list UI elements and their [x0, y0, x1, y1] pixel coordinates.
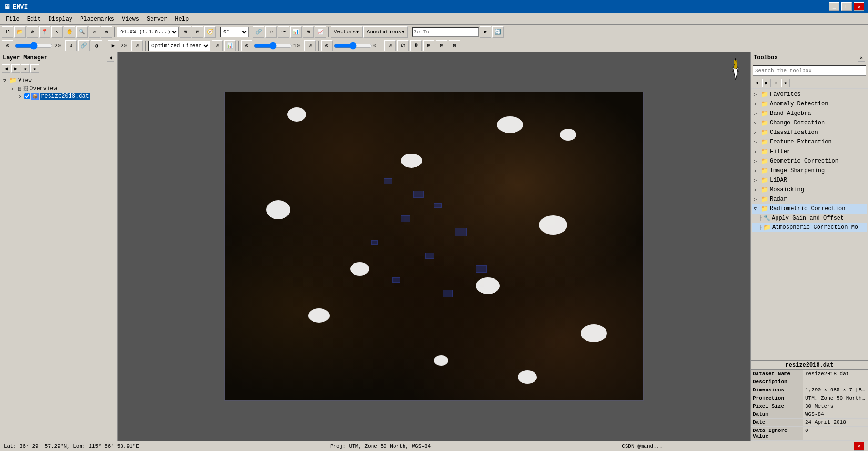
tb2-link[interactable]: 🔗 — [78, 40, 90, 51]
featureextract-folder-icon: 📁 — [761, 138, 768, 146]
toolbox-back-button[interactable]: ◀ — [753, 79, 761, 87]
bandalgebra-expand-icon: ▷ — [754, 111, 759, 116]
view-expand-icon[interactable]: ▽ — [2, 78, 8, 83]
sep9 — [318, 41, 319, 51]
toolbox-panel-close[interactable]: ✕ — [858, 54, 865, 62]
menu-help[interactable]: Help — [171, 15, 192, 23]
tb2-circle[interactable]: ⊙ — [241, 40, 252, 51]
play-button[interactable]: ▶ — [108, 40, 119, 51]
new-file-button[interactable]: 🗋 — [2, 26, 13, 38]
tb2-more3[interactable]: ⊠ — [449, 40, 460, 51]
prop-value-projection: UTM, Zone 50 North... — [803, 394, 868, 402]
overview-label: Overview — [30, 85, 57, 92]
file-expand-icon[interactable]: ▷ — [17, 93, 23, 99]
prop-label-pixelsize: Pixel Size — [751, 402, 803, 410]
toolbox-apply-gain[interactable]: ├ 🔧 Apply Gain and Offset — [752, 214, 867, 223]
toolbox-feature-extraction[interactable]: ▷ 📁 Feature Extraction — [752, 137, 867, 147]
prop-label-description: Description — [751, 378, 803, 386]
tb2-more2[interactable]: ⊟ — [436, 40, 447, 51]
pan-button[interactable]: ✋ — [64, 26, 75, 38]
toolbox-favorites[interactable]: ▷ 📁 Favorites — [752, 90, 867, 99]
tb2-contrast[interactable]: ◑ — [91, 40, 102, 51]
layer-add[interactable]: ★ — [21, 64, 30, 73]
tb2-opacity-circle[interactable]: ⊙ — [321, 40, 333, 51]
sync-button[interactable]: ↔ — [265, 26, 277, 38]
menu-placemarks[interactable]: Placemarks — [76, 15, 118, 23]
tb2-histogram[interactable]: 📊 — [224, 40, 236, 51]
menu-views[interactable]: Views — [118, 15, 143, 23]
rotate-dropdown[interactable]: 0° — [220, 27, 249, 37]
status-coords: Lat: 36° 29' 57.29"N, Lon: 115° 56' 58.9… — [4, 443, 139, 449]
center-view[interactable]: N — [118, 52, 750, 441]
toolbox-lidar[interactable]: ▷ 📁 LiDAR — [752, 175, 867, 185]
toolbox-radiometric[interactable]: ▽ 📁 Radiometric Correction — [752, 204, 867, 214]
tb2-eye[interactable]: 👁 — [410, 40, 422, 51]
settings-button[interactable]: ⚙ — [27, 26, 38, 38]
tb2-loop[interactable]: ↺ — [131, 40, 143, 51]
tb2-layer-btn[interactable]: 🗂 — [397, 40, 409, 51]
layer-visibility-checkbox[interactable] — [24, 93, 30, 99]
zoom-fit-button[interactable]: ⊞ — [180, 26, 191, 38]
layer-collapse-all[interactable]: ◀ — [2, 64, 10, 73]
goto-input[interactable] — [412, 27, 479, 37]
tb2-refresh4[interactable]: ↺ — [384, 40, 396, 51]
cursor-button[interactable]: ↖ — [51, 26, 63, 38]
brightness-slider[interactable] — [15, 42, 53, 49]
wave-button[interactable]: 〜 — [278, 26, 289, 38]
stretch-dropdown[interactable]: Optimized Linear — [148, 41, 210, 51]
toolbox-forward-button[interactable]: ▶ — [762, 79, 771, 87]
toolbox-fav2-button[interactable]: ★ — [781, 79, 790, 87]
minimize-button[interactable]: _ — [829, 2, 839, 11]
toolbox-atmospheric[interactable]: ├ 📁 Atmospheric Correction Mo — [752, 223, 867, 232]
toolbox-band-algebra[interactable]: ▷ 📁 Band Algebra — [752, 109, 867, 118]
zoom-dropdown[interactable]: 64.0% (1:1.6...) — [117, 27, 179, 37]
layer-panel-close[interactable]: ◀ — [107, 54, 114, 62]
vectors-button[interactable]: Vectors▼ — [331, 26, 363, 38]
tool2-button[interactable]: ⊕ — [101, 26, 112, 38]
refresh-button[interactable]: 🔄 — [492, 26, 504, 38]
zoom-in-button[interactable]: 🔍 — [76, 26, 88, 38]
tb2-refresh3[interactable]: ↺ — [304, 40, 316, 51]
toolbox-filter[interactable]: ▷ 📁 Filter — [752, 147, 867, 156]
close-button[interactable]: ✕ — [854, 2, 864, 11]
tb2-refresh2[interactable]: ↺ — [212, 40, 223, 51]
menu-display[interactable]: Display — [45, 15, 76, 23]
open-file-button[interactable]: 📂 — [14, 26, 26, 38]
tb2-refresh1[interactable]: ↺ — [65, 40, 77, 51]
tb2-more1[interactable]: ⊞ — [423, 40, 434, 51]
geometric-expand-icon: ▷ — [754, 158, 759, 164]
toolbox-geometric[interactable]: ▷ 📁 Geometric Correction — [752, 156, 867, 166]
toolbox-sharpening[interactable]: ▷ 📁 Image Sharpening — [752, 166, 867, 175]
annotations-button[interactable]: Annotations▼ — [363, 26, 408, 38]
maximize-button[interactable]: □ — [841, 2, 852, 11]
opacity-slider[interactable] — [334, 42, 372, 49]
layer-remove[interactable]: ★ — [30, 64, 39, 73]
goto-button[interactable]: ▶ — [480, 26, 491, 38]
pin-button[interactable]: 📍 — [39, 26, 50, 38]
menu-server[interactable]: Server — [143, 15, 171, 23]
tb2-btn1[interactable]: ⊙ — [2, 40, 13, 51]
rotate-button[interactable]: ↺ — [89, 26, 100, 38]
toolbox-classification[interactable]: ▷ 📁 Classification — [752, 128, 867, 137]
zoom-100-button[interactable]: ⊟ — [192, 26, 203, 38]
layer-expand-all[interactable]: ▶ — [11, 64, 20, 73]
toolbox-anomaly[interactable]: ▷ 📁 Anomaly Detection — [752, 99, 867, 109]
toolbox-fav1-button[interactable]: ☆ — [772, 79, 780, 87]
status-close-button[interactable]: ✕ — [854, 442, 864, 451]
chart-button[interactable]: 📊 — [290, 26, 302, 38]
toolbox-mosaicking[interactable]: ▷ 📁 Mosaicking — [752, 185, 867, 195]
menu-edit[interactable]: Edit — [23, 15, 45, 23]
layer-view-item[interactable]: ▽ 📁 View — [2, 76, 115, 85]
nav-button[interactable]: 🧭 — [204, 26, 216, 38]
toolbox-radar[interactable]: ▷ 📁 Radar — [752, 195, 867, 204]
grid-button[interactable]: ⊞ — [303, 26, 314, 38]
layer-file-item[interactable]: ▷ 📦 resize2018.dat — [2, 92, 115, 100]
gamma-slider[interactable] — [254, 42, 292, 49]
overview-expand-icon[interactable]: ▷ — [10, 86, 15, 92]
layer-overview-item[interactable]: ▷ 🖥 🖼 Overview — [2, 85, 115, 92]
menu-file[interactable]: File — [2, 15, 23, 23]
toolbox-change-detection[interactable]: ▷ 📁 Change Detection — [752, 118, 867, 128]
link-button[interactable]: 🔗 — [253, 26, 264, 38]
toolbox-search-input[interactable] — [753, 65, 866, 76]
spectra-button[interactable]: 📈 — [315, 26, 326, 38]
